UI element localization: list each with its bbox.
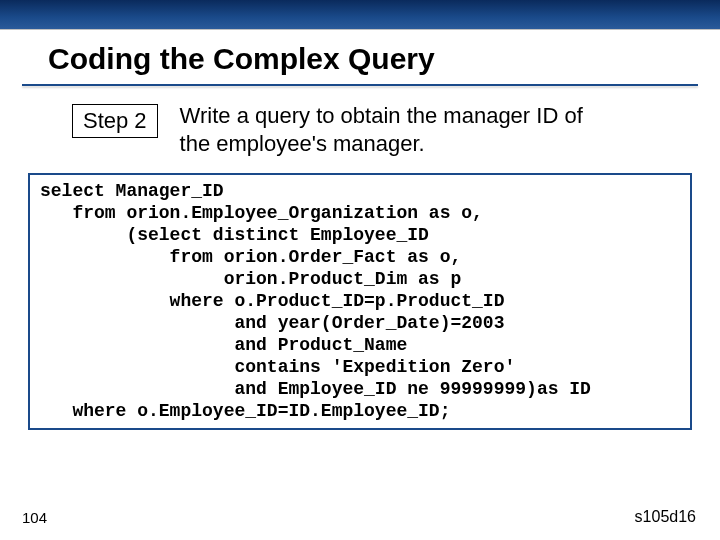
slide-title: Coding the Complex Query (0, 30, 720, 84)
code-block: select Manager_ID from orion.Employee_Or… (28, 173, 692, 430)
top-banner (0, 0, 720, 30)
content-area: Step 2 Write a query to obtain the manag… (0, 86, 720, 430)
page-number: 104 (22, 509, 47, 526)
step-description: Write a query to obtain the manager ID o… (180, 102, 610, 157)
step-row: Step 2 Write a query to obtain the manag… (28, 102, 692, 157)
step-label-box: Step 2 (72, 104, 158, 138)
slide-code: s105d16 (635, 508, 696, 526)
